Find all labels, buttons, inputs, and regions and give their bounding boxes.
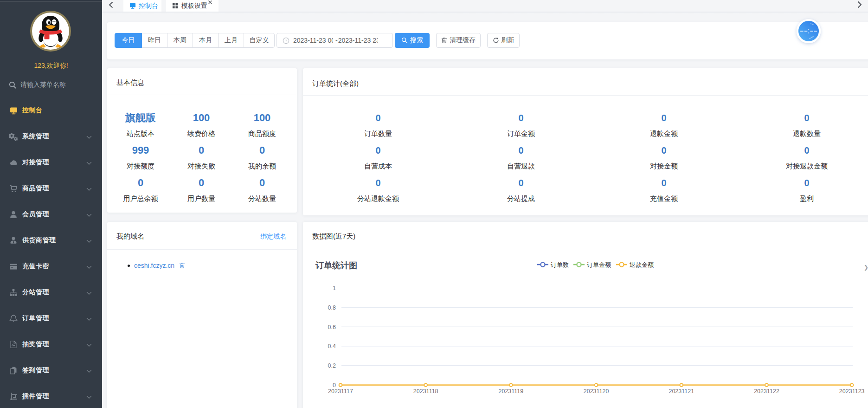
svg-text:0.2: 0.2 xyxy=(328,363,336,369)
svg-text:20231122: 20231122 xyxy=(754,388,779,395)
svg-text:0: 0 xyxy=(333,382,336,389)
svg-text:20231118: 20231118 xyxy=(413,388,438,395)
svg-text:退款金额: 退款金额 xyxy=(630,261,654,268)
svg-text:订单金额: 订单金额 xyxy=(587,261,611,268)
svg-text:0.8: 0.8 xyxy=(328,304,336,311)
svg-text:20231119: 20231119 xyxy=(499,388,524,395)
svg-text:20231123: 20231123 xyxy=(839,388,865,395)
svg-text:20231117: 20231117 xyxy=(328,388,353,395)
svg-text:❯: ❯ xyxy=(864,264,868,271)
svg-text:20231121: 20231121 xyxy=(669,388,694,395)
svg-text:1: 1 xyxy=(333,285,336,291)
svg-text:0.6: 0.6 xyxy=(328,324,336,330)
svg-text:订单数: 订单数 xyxy=(551,261,569,268)
svg-text:20231120: 20231120 xyxy=(584,388,609,395)
svg-text:0.4: 0.4 xyxy=(328,343,336,350)
svg-text:订单统计图: 订单统计图 xyxy=(315,261,357,270)
